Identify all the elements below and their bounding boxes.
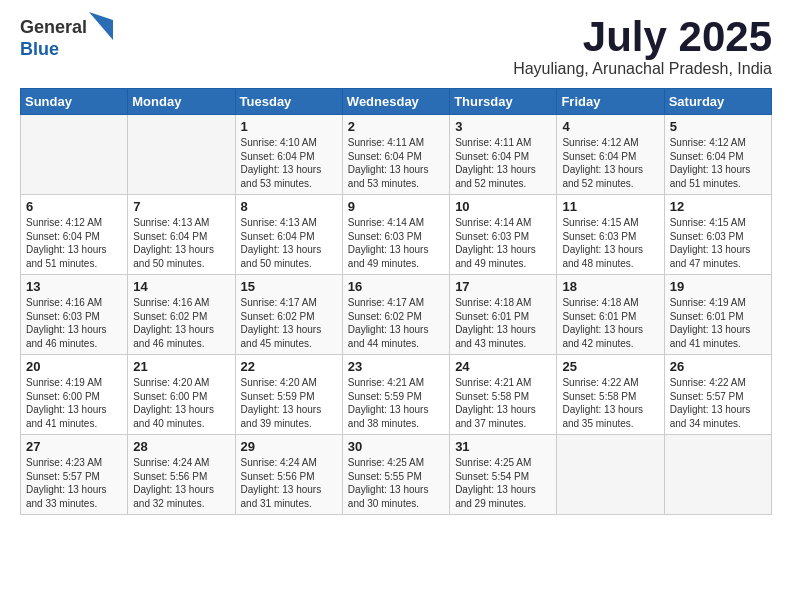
cell-info: Sunrise: 4:11 AM Sunset: 6:04 PM Dayligh… xyxy=(348,136,444,190)
day-number: 17 xyxy=(455,279,551,294)
day-number: 16 xyxy=(348,279,444,294)
cell-info: Sunrise: 4:14 AM Sunset: 6:03 PM Dayligh… xyxy=(348,216,444,270)
cell-info: Sunrise: 4:13 AM Sunset: 6:04 PM Dayligh… xyxy=(133,216,229,270)
cell-info: Sunrise: 4:12 AM Sunset: 6:04 PM Dayligh… xyxy=(562,136,658,190)
day-number: 22 xyxy=(241,359,337,374)
day-number: 12 xyxy=(670,199,766,214)
cell-info: Sunrise: 4:17 AM Sunset: 6:02 PM Dayligh… xyxy=(241,296,337,350)
calendar-cell xyxy=(557,435,664,515)
weekday-header: Wednesday xyxy=(342,89,449,115)
cell-info: Sunrise: 4:11 AM Sunset: 6:04 PM Dayligh… xyxy=(455,136,551,190)
logo-general: General xyxy=(20,18,87,38)
cell-info: Sunrise: 4:15 AM Sunset: 6:03 PM Dayligh… xyxy=(562,216,658,270)
cell-info: Sunrise: 4:19 AM Sunset: 6:01 PM Dayligh… xyxy=(670,296,766,350)
cell-info: Sunrise: 4:10 AM Sunset: 6:04 PM Dayligh… xyxy=(241,136,337,190)
weekday-header: Tuesday xyxy=(235,89,342,115)
day-number: 28 xyxy=(133,439,229,454)
weekday-header: Sunday xyxy=(21,89,128,115)
cell-info: Sunrise: 4:21 AM Sunset: 5:59 PM Dayligh… xyxy=(348,376,444,430)
calendar-cell: 24Sunrise: 4:21 AM Sunset: 5:58 PM Dayli… xyxy=(450,355,557,435)
calendar-row: 27Sunrise: 4:23 AM Sunset: 5:57 PM Dayli… xyxy=(21,435,772,515)
title-block: July 2025 Hayuliang, Arunachal Pradesh, … xyxy=(513,16,772,78)
logo-blue: Blue xyxy=(20,40,113,60)
calendar-row: 1Sunrise: 4:10 AM Sunset: 6:04 PM Daylig… xyxy=(21,115,772,195)
cell-info: Sunrise: 4:13 AM Sunset: 6:04 PM Dayligh… xyxy=(241,216,337,270)
day-number: 21 xyxy=(133,359,229,374)
calendar-cell: 3Sunrise: 4:11 AM Sunset: 6:04 PM Daylig… xyxy=(450,115,557,195)
calendar-cell: 20Sunrise: 4:19 AM Sunset: 6:00 PM Dayli… xyxy=(21,355,128,435)
calendar-cell: 29Sunrise: 4:24 AM Sunset: 5:56 PM Dayli… xyxy=(235,435,342,515)
cell-info: Sunrise: 4:12 AM Sunset: 6:04 PM Dayligh… xyxy=(26,216,122,270)
calendar-cell: 11Sunrise: 4:15 AM Sunset: 6:03 PM Dayli… xyxy=(557,195,664,275)
day-number: 6 xyxy=(26,199,122,214)
calendar-cell: 27Sunrise: 4:23 AM Sunset: 5:57 PM Dayli… xyxy=(21,435,128,515)
day-number: 29 xyxy=(241,439,337,454)
weekday-header: Monday xyxy=(128,89,235,115)
day-number: 18 xyxy=(562,279,658,294)
cell-info: Sunrise: 4:22 AM Sunset: 5:57 PM Dayligh… xyxy=(670,376,766,430)
calendar-cell: 22Sunrise: 4:20 AM Sunset: 5:59 PM Dayli… xyxy=(235,355,342,435)
day-number: 13 xyxy=(26,279,122,294)
calendar-cell xyxy=(21,115,128,195)
calendar-cell: 9Sunrise: 4:14 AM Sunset: 6:03 PM Daylig… xyxy=(342,195,449,275)
logo: General Blue xyxy=(20,16,113,60)
calendar-cell: 13Sunrise: 4:16 AM Sunset: 6:03 PM Dayli… xyxy=(21,275,128,355)
cell-info: Sunrise: 4:24 AM Sunset: 5:56 PM Dayligh… xyxy=(241,456,337,510)
calendar-cell: 19Sunrise: 4:19 AM Sunset: 6:01 PM Dayli… xyxy=(664,275,771,355)
cell-info: Sunrise: 4:22 AM Sunset: 5:58 PM Dayligh… xyxy=(562,376,658,430)
calendar-cell: 6Sunrise: 4:12 AM Sunset: 6:04 PM Daylig… xyxy=(21,195,128,275)
calendar-cell: 7Sunrise: 4:13 AM Sunset: 6:04 PM Daylig… xyxy=(128,195,235,275)
day-number: 23 xyxy=(348,359,444,374)
weekday-header: Saturday xyxy=(664,89,771,115)
day-number: 2 xyxy=(348,119,444,134)
day-number: 9 xyxy=(348,199,444,214)
header: General Blue July 2025 Hayuliang, Arunac… xyxy=(20,16,772,78)
calendar-cell: 31Sunrise: 4:25 AM Sunset: 5:54 PM Dayli… xyxy=(450,435,557,515)
day-number: 20 xyxy=(26,359,122,374)
day-number: 1 xyxy=(241,119,337,134)
day-number: 7 xyxy=(133,199,229,214)
weekday-header: Friday xyxy=(557,89,664,115)
calendar-cell: 28Sunrise: 4:24 AM Sunset: 5:56 PM Dayli… xyxy=(128,435,235,515)
cell-info: Sunrise: 4:16 AM Sunset: 6:03 PM Dayligh… xyxy=(26,296,122,350)
day-number: 25 xyxy=(562,359,658,374)
day-number: 10 xyxy=(455,199,551,214)
calendar-cell: 5Sunrise: 4:12 AM Sunset: 6:04 PM Daylig… xyxy=(664,115,771,195)
location-title: Hayuliang, Arunachal Pradesh, India xyxy=(513,60,772,78)
calendar-cell xyxy=(664,435,771,515)
month-title: July 2025 xyxy=(513,16,772,58)
logo-text: General Blue xyxy=(20,16,113,60)
calendar-cell: 8Sunrise: 4:13 AM Sunset: 6:04 PM Daylig… xyxy=(235,195,342,275)
svg-marker-0 xyxy=(89,12,113,40)
day-number: 31 xyxy=(455,439,551,454)
day-number: 3 xyxy=(455,119,551,134)
calendar-cell: 17Sunrise: 4:18 AM Sunset: 6:01 PM Dayli… xyxy=(450,275,557,355)
cell-info: Sunrise: 4:25 AM Sunset: 5:54 PM Dayligh… xyxy=(455,456,551,510)
page: General Blue July 2025 Hayuliang, Arunac… xyxy=(0,0,792,531)
cell-info: Sunrise: 4:18 AM Sunset: 6:01 PM Dayligh… xyxy=(562,296,658,350)
cell-info: Sunrise: 4:19 AM Sunset: 6:00 PM Dayligh… xyxy=(26,376,122,430)
calendar-row: 6Sunrise: 4:12 AM Sunset: 6:04 PM Daylig… xyxy=(21,195,772,275)
calendar-cell: 15Sunrise: 4:17 AM Sunset: 6:02 PM Dayli… xyxy=(235,275,342,355)
day-number: 19 xyxy=(670,279,766,294)
cell-info: Sunrise: 4:20 AM Sunset: 6:00 PM Dayligh… xyxy=(133,376,229,430)
day-number: 27 xyxy=(26,439,122,454)
calendar-row: 20Sunrise: 4:19 AM Sunset: 6:00 PM Dayli… xyxy=(21,355,772,435)
calendar-cell: 30Sunrise: 4:25 AM Sunset: 5:55 PM Dayli… xyxy=(342,435,449,515)
calendar-body: 1Sunrise: 4:10 AM Sunset: 6:04 PM Daylig… xyxy=(21,115,772,515)
cell-info: Sunrise: 4:20 AM Sunset: 5:59 PM Dayligh… xyxy=(241,376,337,430)
calendar-row: 13Sunrise: 4:16 AM Sunset: 6:03 PM Dayli… xyxy=(21,275,772,355)
cell-info: Sunrise: 4:21 AM Sunset: 5:58 PM Dayligh… xyxy=(455,376,551,430)
cell-info: Sunrise: 4:14 AM Sunset: 6:03 PM Dayligh… xyxy=(455,216,551,270)
calendar-cell: 1Sunrise: 4:10 AM Sunset: 6:04 PM Daylig… xyxy=(235,115,342,195)
day-number: 4 xyxy=(562,119,658,134)
calendar-cell: 23Sunrise: 4:21 AM Sunset: 5:59 PM Dayli… xyxy=(342,355,449,435)
cell-info: Sunrise: 4:18 AM Sunset: 6:01 PM Dayligh… xyxy=(455,296,551,350)
calendar-cell: 21Sunrise: 4:20 AM Sunset: 6:00 PM Dayli… xyxy=(128,355,235,435)
calendar-cell: 25Sunrise: 4:22 AM Sunset: 5:58 PM Dayli… xyxy=(557,355,664,435)
cell-info: Sunrise: 4:25 AM Sunset: 5:55 PM Dayligh… xyxy=(348,456,444,510)
calendar-cell: 4Sunrise: 4:12 AM Sunset: 6:04 PM Daylig… xyxy=(557,115,664,195)
calendar-cell: 14Sunrise: 4:16 AM Sunset: 6:02 PM Dayli… xyxy=(128,275,235,355)
weekday-header: Thursday xyxy=(450,89,557,115)
calendar-cell: 26Sunrise: 4:22 AM Sunset: 5:57 PM Dayli… xyxy=(664,355,771,435)
